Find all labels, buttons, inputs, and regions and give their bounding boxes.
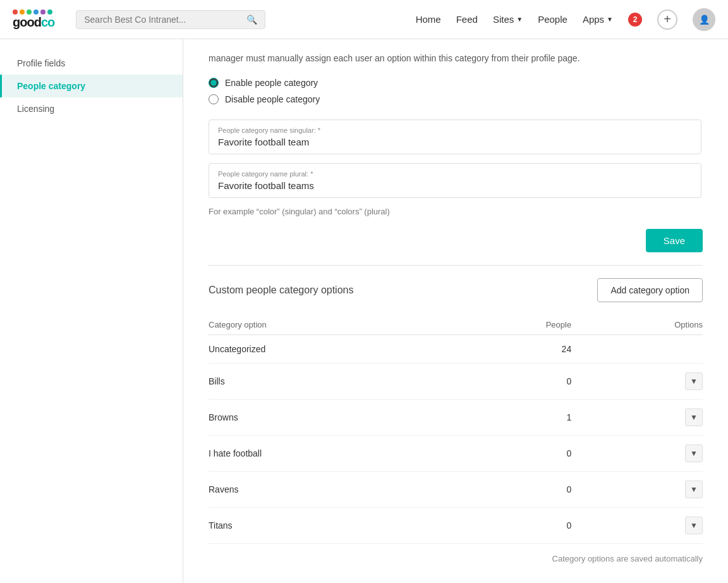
auto-save-note: Category options are saved automatically [209, 554, 703, 563]
cell-ihatefootball-name: I hate football [209, 436, 400, 472]
search-input[interactable] [84, 15, 241, 25]
cell-bills-name: Bills [209, 364, 400, 400]
dot-red [13, 9, 18, 15]
table-row: I hate football 0 ▼ [209, 436, 703, 472]
cell-uncategorized-options [609, 335, 703, 364]
nav-apps[interactable]: Apps ▼ [583, 14, 613, 25]
cell-titans-name: Titans [209, 508, 400, 544]
disable-radio-label[interactable]: Disable people category [209, 94, 703, 104]
dot-teal [47, 9, 52, 15]
singular-field-input[interactable] [218, 137, 692, 147]
ravens-dropdown-button[interactable]: ▼ [685, 481, 703, 498]
browns-dropdown-button[interactable]: ▼ [685, 408, 703, 426]
bills-dropdown-button[interactable]: ▼ [685, 372, 703, 390]
dot-blue [33, 9, 39, 15]
main-content: manager must manually assign each user a… [183, 39, 728, 583]
section-title: Custom people category options [209, 285, 353, 296]
cell-browns-people: 1 [400, 400, 609, 436]
cell-bills-people: 0 [400, 364, 609, 400]
table-body: Uncategorized 24 Bills 0 ▼ Browns 1 [209, 335, 703, 544]
cell-ravens-people: 0 [400, 472, 609, 508]
cell-ravens-options[interactable]: ▼ [609, 472, 703, 508]
singular-field: People category name singular: * [209, 120, 701, 154]
sidebar: Profile fields People category Licensing [0, 39, 183, 583]
table-row: Ravens 0 ▼ [209, 472, 703, 508]
cell-browns-name: Browns [209, 400, 400, 436]
logo-text: goodco [13, 15, 54, 30]
logo-good: good [13, 15, 41, 29]
table-row: Uncategorized 24 [209, 335, 703, 364]
cell-bills-options[interactable]: ▼ [609, 364, 703, 400]
hint-text: For example “color” (singular) and “colo… [209, 207, 703, 216]
nav-links: Home Feed Sites ▼ People Apps ▼ 2 + 👤 [416, 8, 715, 31]
nav-feed[interactable]: Feed [456, 14, 478, 25]
cell-uncategorized-name: Uncategorized [209, 335, 400, 364]
table-header-row: Category option People Options [209, 315, 703, 335]
plural-field-label: People category name plural: * [218, 170, 692, 178]
description-text: manager must manually assign each user a… [209, 52, 701, 65]
nav-people[interactable]: People [538, 14, 567, 25]
cell-ihatefootball-people: 0 [400, 436, 609, 472]
table-head: Category option People Options [209, 315, 703, 335]
table-row: Browns 1 ▼ [209, 400, 703, 436]
nav-home[interactable]: Home [416, 14, 441, 25]
divider [209, 265, 703, 266]
section-header: Custom people category options Add categ… [209, 278, 703, 302]
search-icon: 🔍 [246, 15, 257, 25]
cell-ravens-name: Ravens [209, 472, 400, 508]
dot-green [27, 9, 32, 15]
cell-titans-options[interactable]: ▼ [609, 508, 703, 544]
notification-badge[interactable]: 2 [628, 13, 642, 27]
dot-orange [20, 9, 25, 15]
search-bar[interactable]: 🔍 [76, 10, 265, 29]
avatar[interactable]: 👤 [693, 8, 715, 31]
sidebar-item-licensing[interactable]: Licensing [0, 97, 183, 120]
disable-radio-text: Disable people category [225, 94, 320, 104]
save-button[interactable]: Save [646, 229, 703, 252]
sites-chevron-icon: ▼ [516, 16, 523, 23]
add-category-option-button[interactable]: Add category option [597, 278, 703, 302]
col-header-options: Options [609, 315, 703, 335]
cell-ihatefootball-options[interactable]: ▼ [609, 436, 703, 472]
col-header-category-option: Category option [209, 315, 400, 335]
sidebar-item-profile-fields[interactable]: Profile fields [0, 52, 183, 75]
sidebar-item-people-category[interactable]: People category [0, 75, 183, 97]
logo-dots [13, 9, 52, 15]
category-table: Category option People Options Uncategor… [209, 315, 703, 544]
ihatefootball-dropdown-button[interactable]: ▼ [685, 445, 703, 462]
page-layout: Profile fields People category Licensing… [0, 39, 728, 583]
logo-co: co [41, 15, 54, 29]
logo: goodco [13, 9, 54, 30]
col-header-people: People [400, 315, 609, 335]
cell-browns-options[interactable]: ▼ [609, 400, 703, 436]
enable-radio-text: Enable people category [225, 78, 318, 88]
table-row: Bills 0 ▼ [209, 364, 703, 400]
add-button[interactable]: + [657, 9, 677, 30]
plural-field: People category name plural: * [209, 163, 701, 198]
apps-chevron-icon: ▼ [607, 16, 613, 23]
singular-field-label: People category name singular: * [218, 126, 692, 134]
table-row: Titans 0 ▼ [209, 508, 703, 544]
plural-field-input[interactable] [218, 180, 692, 191]
enable-radio-label[interactable]: Enable people category [209, 78, 703, 88]
radio-group: Enable people category Disable people ca… [209, 78, 703, 104]
navbar: goodco 🔍 Home Feed Sites ▼ People Apps ▼… [0, 0, 728, 39]
cell-uncategorized-people: 24 [400, 335, 609, 364]
cell-titans-people: 0 [400, 508, 609, 544]
disable-radio[interactable] [209, 94, 219, 104]
nav-sites[interactable]: Sites ▼ [493, 14, 523, 25]
enable-radio[interactable] [209, 78, 219, 88]
dot-purple [40, 9, 46, 15]
titans-dropdown-button[interactable]: ▼ [685, 517, 703, 534]
